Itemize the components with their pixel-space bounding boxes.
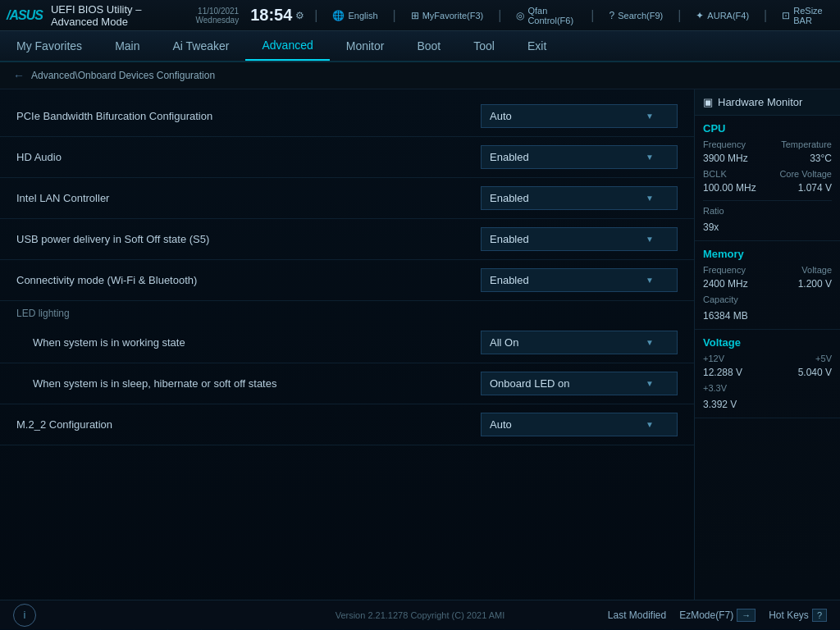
cpu-section: CPU Frequency Temperature 3900 MHz 33°C …: [695, 116, 840, 241]
cpu-core-voltage-label: Core Voltage: [779, 169, 832, 179]
memory-capacity-row: Capacity: [703, 294, 832, 304]
qfan-label: Qfan Control(F6): [527, 6, 576, 25]
nav-item-my-favorites[interactable]: My Favorites: [0, 31, 98, 61]
search-button[interactable]: ? Search(F9): [604, 8, 668, 23]
nav-item-monitor[interactable]: Monitor: [330, 31, 401, 61]
hot-keys-button[interactable]: Hot Keys ?: [769, 609, 827, 622]
hd-audio-value: Enabled: [490, 151, 529, 163]
nav-item-advanced[interactable]: Advanced: [245, 31, 329, 61]
connectivity-row: Connectivity mode (Wi-Fi & Bluetooth) En…: [0, 260, 694, 301]
intel-lan-value: Enabled: [490, 192, 529, 204]
separator-2: |: [393, 8, 396, 23]
header-date: 11/10/2021: [198, 7, 239, 16]
cpu-frequency-label: Frequency: [703, 139, 746, 149]
intel-lan-row: Intel LAN Controller Enabled ▼: [0, 178, 694, 219]
aura-label: AURA(F4): [707, 11, 749, 21]
main-content: PCIe Bandwidth Bifurcation Configuration…: [0, 89, 840, 600]
memory-title: Memory: [703, 248, 832, 260]
asus-logo: /ASUS: [7, 8, 43, 23]
nav-item-tool[interactable]: Tool: [457, 31, 511, 61]
favorites-icon: ⊞: [411, 10, 419, 21]
cpu-title: CPU: [703, 122, 832, 135]
v5-label: +5V: [815, 354, 832, 363]
cpu-bclk-label: BCLK: [703, 169, 727, 179]
hw-monitor-label: Hardware Monitor: [718, 96, 802, 108]
nav-item-ai-tweaker[interactable]: Ai Tweaker: [156, 31, 245, 61]
memory-frequency-label: Frequency: [703, 265, 746, 275]
back-arrow[interactable]: ←: [13, 69, 25, 82]
info-icon: i: [24, 609, 26, 621]
last-modified-button[interactable]: Last Modified: [608, 609, 666, 621]
v12-label: +12V: [703, 354, 724, 363]
resize-icon: ⊡: [782, 10, 790, 21]
info-button[interactable]: i: [13, 604, 36, 627]
header-time: 18:54: [250, 6, 292, 25]
language-button[interactable]: 🌐 English: [327, 8, 382, 23]
nav-item-main[interactable]: Main: [98, 31, 156, 61]
resize-label: ReSize BAR: [793, 6, 829, 25]
aura-button[interactable]: ✦ AURA(F4): [691, 8, 754, 23]
led-sleep-arrow: ▼: [646, 379, 654, 388]
voltage-title: Voltage: [703, 336, 832, 349]
hot-keys-icon: ?: [812, 609, 827, 622]
myfavorite-button[interactable]: ⊞ MyFavorite(F3): [406, 8, 489, 23]
nav-item-exit[interactable]: Exit: [511, 31, 563, 61]
m2-config-dropdown[interactable]: Auto ▼: [481, 413, 678, 436]
usb-power-dropdown[interactable]: Enabled ▼: [481, 227, 678, 251]
bottom-bar: i Version 2.21.1278 Copyright (C) 2021 A…: [0, 600, 840, 629]
separator-1: |: [314, 8, 317, 23]
cpu-temperature-value: 33°C: [810, 153, 832, 164]
resize-bar-button[interactable]: ⊡ ReSize BAR: [777, 4, 833, 27]
intel-lan-dropdown[interactable]: Enabled ▼: [481, 186, 678, 210]
monitor-icon: ▣: [703, 96, 713, 108]
myfavorite-label: MyFavorite(F3): [422, 11, 484, 21]
pcie-bifurcation-label: PCIe Bandwidth Bifurcation Configuration: [16, 110, 481, 122]
connectivity-label: Connectivity mode (Wi-Fi & Bluetooth): [16, 274, 481, 286]
ez-mode-icon: →: [737, 609, 756, 622]
fan-icon: ◎: [516, 10, 524, 21]
separator-4: |: [591, 8, 594, 23]
m2-config-value: Auto: [490, 418, 512, 431]
connectivity-dropdown[interactable]: Enabled ▼: [481, 268, 678, 292]
cpu-ratio-value: 39x: [703, 221, 719, 233]
version-text: Version 2.21.1278 Copyright (C) 2021 AMI: [336, 610, 505, 620]
ez-mode-label: EzMode(F7): [679, 609, 733, 621]
asus-logo-text: /ASUS: [7, 8, 43, 23]
memory-voltage-label: Voltage: [801, 265, 832, 275]
header-day: Wednesday: [196, 16, 240, 25]
memory-capacity-label: Capacity: [703, 294, 738, 304]
pcie-bifurcation-arrow: ▼: [646, 112, 654, 121]
intel-lan-label: Intel LAN Controller: [16, 192, 481, 204]
ez-mode-button[interactable]: EzMode(F7) →: [679, 609, 756, 622]
globe-icon: 🌐: [332, 10, 345, 21]
led-working-label: When system is in working state: [16, 336, 481, 349]
cpu-core-voltage-value: 1.074 V: [798, 182, 832, 194]
led-working-value: All On: [490, 336, 518, 349]
cpu-frequency-value: 3900 MHz: [703, 153, 748, 164]
separator-6: |: [764, 8, 767, 23]
led-working-row: When system is in working state All On ▼: [0, 322, 694, 363]
led-section-header: LED lighting: [0, 301, 694, 322]
cpu-temperature-label: Temperature: [781, 139, 832, 149]
led-sleep-label: When system is in sleep, hibernate or so…: [16, 377, 481, 390]
led-sleep-dropdown[interactable]: Onboard LED on ▼: [481, 372, 678, 395]
settings-icon[interactable]: ⚙: [295, 10, 304, 21]
pcie-bifurcation-dropdown[interactable]: Auto ▼: [481, 104, 678, 128]
cpu-frequency-row: Frequency Temperature: [703, 139, 832, 149]
pcie-bifurcation-row: PCIe Bandwidth Bifurcation Configuration…: [0, 96, 694, 137]
memory-capacity-value: 16384 MB: [703, 310, 748, 322]
nav-item-boot[interactable]: Boot: [400, 31, 457, 61]
v33-label: +3.3V: [703, 383, 727, 393]
navigation-bar: My Favorites Main Ai Tweaker Advanced Mo…: [0, 31, 840, 62]
cpu-bclk-values: 100.00 MHz 1.074 V: [703, 182, 832, 195]
usb-power-value: Enabled: [490, 233, 529, 245]
led-section-label: LED lighting: [16, 308, 70, 319]
v5-value: 5.040 V: [798, 367, 832, 378]
hd-audio-dropdown[interactable]: Enabled ▼: [481, 145, 678, 169]
led-working-dropdown[interactable]: All On ▼: [481, 331, 678, 354]
qfan-button[interactable]: ◎ Qfan Control(F6): [511, 4, 581, 27]
voltage-33v-row: +3.3V: [703, 383, 832, 393]
hot-keys-label: Hot Keys: [769, 609, 809, 621]
cpu-bclk-value: 100.00 MHz: [703, 182, 756, 194]
date-block: 11/10/2021 Wednesday: [196, 7, 240, 25]
